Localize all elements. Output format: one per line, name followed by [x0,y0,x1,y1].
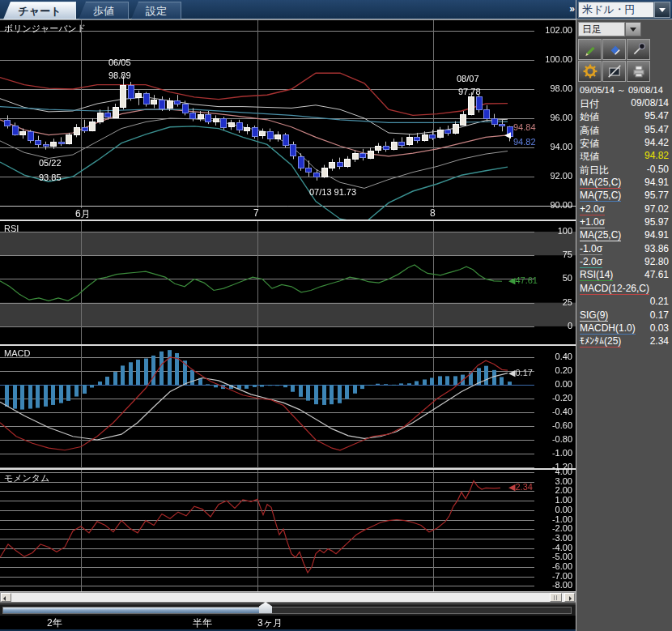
print-tool-button[interactable] [627,61,650,82]
quote-row-label: MA(25,C) [580,229,621,241]
quote-row: 前日比-0.50 [576,163,672,176]
slider-thumb[interactable] [259,602,272,613]
quote-row: MA(75,C)95.77 [576,189,672,202]
quote-row-value: 0.17 [650,309,669,321]
slider-fill [3,608,267,613]
quote-row-label: MACD(12-26,C) [580,283,649,295]
quote-row: +1.0σ95.97 [576,215,672,228]
quote-row: -1.0σ93.86 [576,242,672,255]
quote-rows: 日付09/08/14始値95.47高値95.47安値94.42現値94.82前日… [576,96,672,348]
pencil-icon [583,42,598,57]
timeframe-dropdown-arrow-icon[interactable] [625,22,641,36]
quote-row-label: MA(25,C) [580,177,621,189]
quote-row-value: 93.86 [644,243,669,254]
quote-row: ﾓﾒﾝﾀﾑ(25)2.34 [576,335,672,347]
quote-row-value: 2.34 [650,335,669,347]
quote-row-value: 09/08/14 [631,97,669,109]
scroll-right-button[interactable] [564,593,575,602]
chart-window-tool-button[interactable] [602,61,626,82]
quote-row: MA(25,C)94.91 [576,228,672,241]
quote-row-value: 95.47 [644,110,669,122]
quote-row: RSI(14)47.61 [576,268,672,281]
horizontal-scrollbar[interactable] [0,592,576,603]
timeframe-select[interactable]: 日足 [578,22,625,36]
tab-tick[interactable]: 歩値 [79,2,129,19]
trendline-tool-button[interactable] [627,39,650,60]
period-label-2years[interactable]: 2年 [47,616,62,630]
quote-row: SIG(9)0.17 [576,309,672,322]
quote-row-value: 97.02 [644,203,669,215]
quote-row-label: SIG(9) [580,309,608,322]
gear-icon [583,64,598,79]
main-candlestick-chart[interactable] [0,20,576,220]
quote-row-label: RSI(14) [580,269,613,281]
quote-row-value: 0.21 [650,296,669,307]
printer-icon [632,64,646,79]
period-range-slider[interactable] [0,603,576,616]
quote-row-label: +2.0σ [580,203,605,215]
tab-bar: チャート 歩値 設定 » [0,0,672,19]
chart-area: ボリンジャーバンド 102.00100.0098.0096.0094.0092.… [0,19,576,631]
quote-row: MACDH(1.0)0.03 [576,322,672,335]
period-labels: 2年 半年 3ヶ月 [0,616,576,629]
quote-row-value: 92.80 [644,256,669,267]
quote-row-value: -0.50 [647,164,669,175]
eraser-icon [607,42,622,57]
quote-row: 現値94.82 [576,149,672,162]
quote-row: 始値95.47 [576,109,672,122]
quote-row-value: 95.77 [644,190,669,201]
quote-row-value: 94.91 [644,229,669,241]
slider-track[interactable] [2,607,572,614]
tab-settings[interactable]: 設定 [131,2,181,19]
quote-row: 安値94.42 [576,136,672,149]
quote-row-value: 95.97 [644,216,669,228]
chart-window-icon [607,64,622,79]
chart-toolbar [578,39,653,83]
quote-panel: 日足 [576,19,672,631]
quote-row-value: 47.61 [644,269,669,280]
momentum-chart[interactable] [0,470,576,592]
quote-row-label: +1.0σ [580,216,605,228]
quote-row: 日付09/08/14 [576,96,672,109]
symbol-select[interactable]: 米ドル・円 [578,2,654,18]
chart-application-window: チャート 歩値 設定 » ボリンジャーバンド 102.00100.0098.00… [0,0,672,631]
quote-row: +2.0σ97.02 [576,203,672,215]
quote-row-value: 94.42 [644,137,669,148]
scroll-left-button[interactable] [1,593,11,602]
quote-row: -2.0σ92.80 [576,255,672,268]
rsi-chart[interactable] [0,221,576,344]
thumb-grip-icon [554,595,559,600]
tab-chart[interactable]: チャート [3,2,76,19]
period-label-halfyear[interactable]: 半年 [193,616,212,630]
quote-row-label: -2.0σ [580,256,602,268]
quote-row-label: ﾓﾒﾝﾀﾑ(25) [580,335,621,347]
quote-row: MACD(12-26,C) [576,282,672,295]
period-label-3months[interactable]: 3ヶ月 [257,616,283,630]
scrollbar-thumb[interactable] [550,593,562,602]
tab-overflow-icon[interactable]: » [569,3,573,15]
quote-row-value: 0.03 [650,322,669,334]
quote-row: MA(25,C)94.91 [576,176,672,189]
quote-row: 0.21 [576,295,672,308]
trendline-icon [632,42,646,57]
macd-chart[interactable] [0,346,576,468]
symbol-dropdown-arrow-icon[interactable] [654,2,670,18]
pencil-tool-button[interactable] [578,39,602,60]
settings-tool-button[interactable] [578,61,602,82]
quote-row-value: 95.47 [644,124,669,135]
date-range-label: 09/05/14 ～ 09/08/14 [580,84,663,96]
quote-row-label: MACDH(1.0) [580,322,636,335]
quote-row-value: 94.91 [644,177,669,188]
quote-row-label: -1.0σ [580,243,602,255]
quote-row-label: MA(75,C) [580,190,621,202]
eraser-tool-button[interactable] [602,39,626,60]
quote-row-value: 94.82 [644,150,669,161]
quote-row: 高値95.47 [576,123,672,136]
